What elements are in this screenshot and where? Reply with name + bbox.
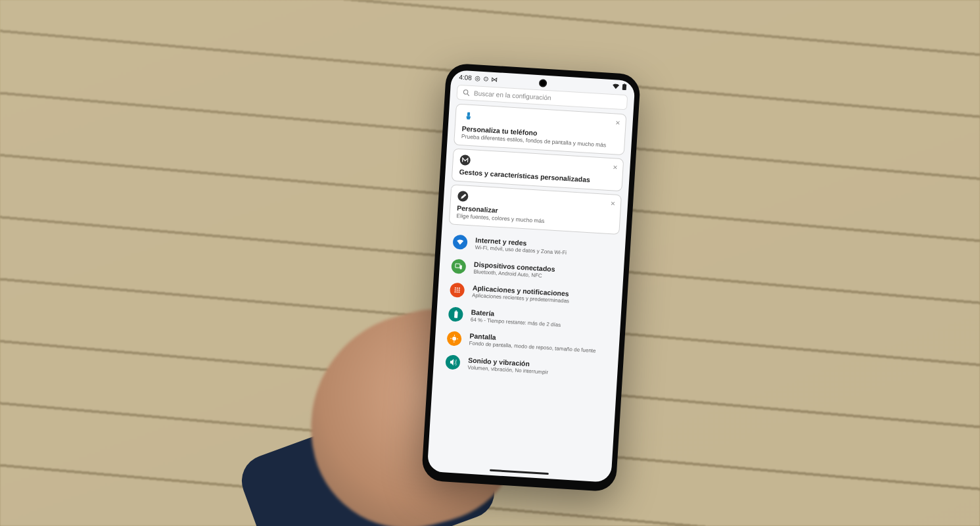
pencil-icon: [457, 191, 469, 202]
display-icon: [446, 331, 461, 346]
promo-card-personalize-phone[interactable]: × Personaliza tu teléfono Prueba diferen…: [454, 104, 626, 156]
svg-rect-17: [455, 310, 457, 312]
svg-point-9: [459, 288, 460, 289]
phone-frame: 4:08 ◎ ⊙ ⋈ Buscar en la configuración ×: [421, 63, 641, 492]
svg-point-18: [452, 337, 456, 341]
svg-point-13: [454, 291, 455, 293]
phone-screen: 4:08 ◎ ⊙ ⋈ Buscar en la configuración ×: [427, 70, 636, 483]
svg-point-2: [463, 90, 468, 95]
battery-icon: [448, 307, 463, 322]
svg-point-10: [455, 289, 456, 291]
svg-line-3: [467, 94, 469, 96]
status-icon: ⊙: [482, 74, 488, 82]
close-icon[interactable]: ×: [613, 162, 618, 172]
search-icon: [463, 89, 471, 97]
promo-card-customize[interactable]: × Personalizar Elige fuentes, colores y …: [449, 184, 622, 235]
brush-icon: [462, 110, 475, 122]
svg-point-8: [457, 288, 458, 289]
status-time: 4:08: [459, 73, 472, 81]
svg-point-12: [459, 290, 460, 291]
promo-card-gestures[interactable]: × Gestos y características personalizada…: [452, 148, 624, 191]
devices-icon: [451, 258, 466, 274]
battery-icon: [622, 84, 628, 90]
svg-rect-0: [622, 84, 627, 90]
search-placeholder: Buscar en la configuración: [474, 89, 551, 101]
svg-rect-5: [455, 264, 460, 268]
svg-point-14: [456, 292, 457, 293]
close-icon[interactable]: ×: [611, 199, 616, 208]
status-icon: ◎: [475, 74, 481, 82]
apps-icon: [450, 283, 465, 298]
svg-rect-1: [624, 84, 625, 84]
svg-rect-16: [454, 312, 458, 318]
nav-pill[interactable]: [490, 469, 549, 475]
close-icon[interactable]: ×: [615, 118, 620, 127]
svg-point-15: [458, 292, 459, 293]
svg-rect-6: [460, 265, 462, 269]
wifi-icon: [452, 235, 467, 250]
wifi-icon: [613, 84, 619, 89]
svg-point-11: [457, 290, 458, 291]
settings-list: Internet y redes Wi-Fi, móvil, uso de da…: [433, 229, 626, 385]
svg-point-7: [455, 287, 456, 289]
status-icon: ⋈: [490, 75, 498, 83]
sound-icon: [445, 355, 460, 370]
card-title: Gestos y características personalizadas: [459, 168, 615, 185]
svg-rect-4: [467, 112, 470, 116]
moto-icon: [459, 155, 471, 166]
